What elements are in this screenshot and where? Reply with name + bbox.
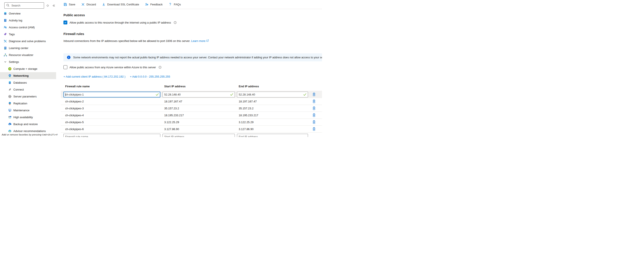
valid-check-icon	[303, 93, 306, 97]
sidebar-item-diagnose[interactable]: Diagnose and solve problems	[0, 38, 56, 45]
mysql-server-icon: My	[4, 12, 7, 15]
info-icon[interactable]	[174, 21, 177, 24]
favorites-hint-text: Add or remove favorites by pressing	[2, 133, 42, 136]
discard-x-icon	[81, 3, 85, 6]
sidebar-nav: My Overview Activity log Access control …	[0, 10, 56, 134]
text-caret	[65, 93, 66, 96]
connect-plug-icon	[8, 88, 12, 91]
sidebar-item-label: Access control (IAM)	[9, 26, 35, 29]
sidebar-group-settings[interactable]: Settings	[0, 58, 56, 65]
azure-networking-page: Search My Overview Activity log	[0, 0, 322, 137]
sidebar-group-label: Settings	[9, 60, 19, 64]
discard-button[interactable]: Discard	[81, 3, 96, 6]
command-bar: Save Discard Download SSL Certificate Fe…	[64, 0, 322, 9]
download-ssl-certificate-button[interactable]: Download SSL Certificate	[102, 3, 139, 6]
external-link-icon	[206, 39, 209, 42]
sidebar-item-label: Learning center	[9, 47, 28, 50]
public-access-checkbox-row: Allow public access to this resource thr…	[64, 21, 322, 25]
search-placeholder: Search	[12, 4, 20, 7]
sidebar-item-label: Tags	[9, 33, 15, 36]
trash-icon	[312, 106, 316, 110]
firewall-description: Inbound connections from the IP addresse…	[64, 39, 322, 43]
add-client-ip-link[interactable]: + Add current client IP address ( 84.172…	[64, 75, 126, 78]
sidebar-item-high-availability[interactable]: High availability	[0, 114, 56, 121]
column-header-start-ip: Start IP address	[162, 85, 237, 88]
sidebar-item-replication[interactable]: Replication	[0, 100, 56, 107]
new-start-ip-input[interactable]	[162, 134, 235, 137]
sidebar-item-access-control[interactable]: Access control (IAM)	[0, 24, 56, 31]
public-access-checkbox-label: Allow public access to this resource thr…	[70, 21, 171, 24]
start-ip-input[interactable]	[162, 92, 235, 97]
diagnose-tools-icon	[4, 39, 7, 43]
public-access-checkbox[interactable]	[64, 21, 67, 25]
sidebar-search-row: Search	[0, 2, 56, 9]
start-ip-cell: 35.157.23.2	[162, 107, 237, 110]
end-ip-cell: 18.197.167.47	[237, 100, 310, 103]
valid-check-icon	[156, 93, 159, 97]
delete-rule-button[interactable]	[312, 106, 318, 111]
sidebar-item-label: Maintenance	[14, 109, 29, 112]
svg-text:$: $	[10, 68, 10, 69]
end-ip-input-wrap	[237, 92, 308, 97]
search-input[interactable]: Search	[4, 2, 44, 9]
new-rule-name-wrap	[64, 134, 160, 137]
info-icon[interactable]	[158, 66, 162, 69]
learn-more-link[interactable]: Learn more	[191, 39, 206, 43]
delete-rule-button[interactable]	[312, 92, 318, 97]
sidebar-item-label: Networking	[14, 74, 29, 77]
end-ip-cell: 35.157.23.2	[237, 107, 310, 110]
sidebar-item-networking[interactable]: Networking	[0, 72, 56, 79]
sidebar-item-databases[interactable]: DB Databases	[0, 79, 56, 86]
sidebar-item-compute-storage[interactable]: $ Compute + storage	[0, 65, 56, 72]
delete-rule-button[interactable]	[312, 120, 318, 124]
sidebar-item-resource-visualizer[interactable]: Resource visualizer	[0, 52, 56, 58]
delete-rule-button[interactable]	[312, 127, 318, 131]
favorites-hint: Add or remove favorites by pressing Cmd+…	[2, 133, 58, 136]
sidebar-item-server-parameters[interactable]: Server parameters	[0, 93, 56, 100]
start-ip-cell: 18.197.167.47	[162, 100, 237, 103]
resource-visualizer-icon	[4, 53, 7, 57]
add-all-ips-link[interactable]: + Add 0.0.0.0 - 255.255.255.255	[130, 75, 170, 78]
faqs-button[interactable]: FAQs	[168, 3, 181, 6]
svg-text:My: My	[4, 13, 6, 14]
collapse-menu-icon[interactable]	[52, 3, 56, 8]
save-button[interactable]: Save	[64, 3, 75, 6]
faqs-label: FAQs	[174, 3, 181, 6]
sidebar-item-backup-restore[interactable]: Backup and restore	[0, 121, 56, 128]
search-icon	[6, 4, 10, 7]
favorites-hint-shortcut: Cmd+Shift+F	[42, 134, 58, 136]
end-ip-cell: 18.195.233.217	[237, 114, 310, 117]
azure-services-checkbox[interactable]	[64, 65, 67, 69]
activity-log-icon	[4, 19, 7, 22]
firewall-rule-row: ch-clickpipes-4 18.195.233.217 18.195.23…	[61, 112, 322, 119]
start-ip-input-wrap	[162, 92, 235, 97]
info-banner: Some network environments may not report…	[64, 53, 322, 61]
sidebar-item-label: Databases	[14, 81, 27, 84]
end-ip-input[interactable]	[237, 92, 308, 97]
sidebar-item-tags[interactable]: Tags	[0, 31, 56, 38]
new-end-ip-input[interactable]	[237, 134, 308, 137]
sidebar-item-activity-log[interactable]: Activity log	[0, 17, 56, 24]
sidebar-item-maintenance[interactable]: Maintenance	[0, 107, 56, 114]
rule-name-cell: ch-clickpipes-4	[64, 114, 162, 117]
save-icon	[64, 3, 67, 6]
rule-name-input[interactable]	[64, 92, 160, 97]
new-rule-name-input[interactable]	[64, 134, 160, 137]
sidebar-item-overview[interactable]: My Overview	[0, 10, 56, 17]
resize-menu-icon[interactable]	[46, 3, 50, 8]
question-mark-icon	[168, 3, 172, 6]
sidebar-item-label: Overview	[9, 12, 20, 15]
sidebar-item-learning-center[interactable]: 101 Learning center	[0, 45, 56, 52]
sidebar-item-connect[interactable]: Connect	[0, 86, 56, 93]
firewall-description-text: Inbound connections from the IP addresse…	[64, 39, 190, 43]
delete-rule-button[interactable]	[312, 113, 318, 118]
firewall-rule-edit-row	[61, 91, 322, 98]
info-banner-icon	[67, 55, 71, 59]
learning-center-icon: 101	[4, 46, 7, 50]
rule-name-cell: ch-clickpipes-2	[64, 100, 162, 103]
sidebar-item-label: Server parameters	[14, 95, 37, 98]
azure-services-checkbox-label: Allow public access from any Azure servi…	[70, 66, 156, 69]
delete-rule-button[interactable]	[312, 99, 318, 104]
compute-storage-icon: $	[8, 67, 12, 71]
feedback-button[interactable]: Feedback	[145, 3, 162, 6]
